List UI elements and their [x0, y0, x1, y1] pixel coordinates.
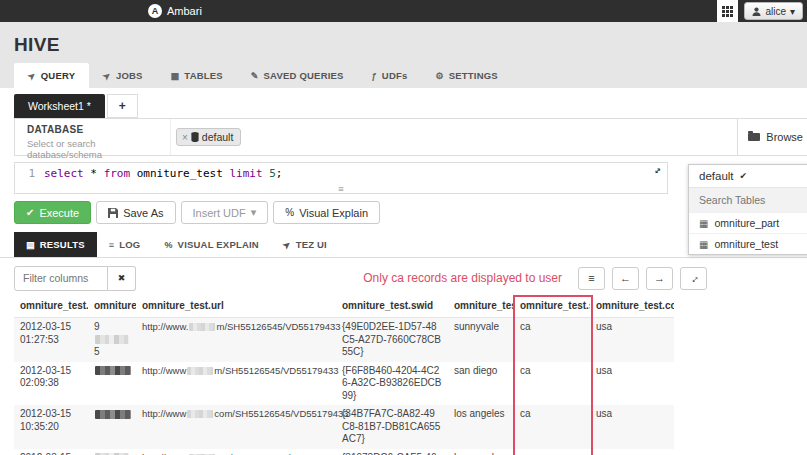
sidebar-table-omniture-part[interactable]: ▦ omniture_part — [689, 212, 807, 233]
folder-icon — [748, 133, 760, 141]
editor-expand-icon[interactable]: ↔ — [654, 164, 661, 177]
database-hint: Select or search database/schema — [27, 138, 158, 160]
column-header-city: omniture_test.city — [448, 295, 514, 318]
previous-page-button[interactable]: ← — [612, 267, 639, 290]
cell-swid: {34B7FA7C-8A82-49C8-81B7-DB81CA655AC7} — [336, 405, 448, 449]
add-worksheet-button[interactable]: + — [107, 94, 138, 118]
editor-resize-handle[interactable]: ≡ — [338, 186, 343, 193]
cell-state: ca — [514, 449, 590, 455]
person-icon — [752, 7, 761, 16]
cell-ip — [88, 362, 136, 406]
column-header-swid: omniture_test.swid — [336, 295, 448, 318]
current-database-header[interactable]: default ✔ — [689, 165, 807, 188]
cell-country: usa — [590, 362, 674, 406]
worksheet-tab[interactable]: Worksheet1 * — [14, 94, 105, 118]
cell-ts: 2012-03-15 10:35:20 — [14, 405, 88, 449]
browse-button[interactable]: Browse — [737, 119, 807, 155]
column-header-url: omniture_test.url — [136, 295, 336, 318]
cell-city: los angeles — [448, 449, 514, 455]
cell-url: http://www.om/SH55126545/VD55177927 — [136, 449, 336, 455]
tab-query[interactable]: ➤ QUERY — [14, 63, 89, 88]
column-header-state: omniture_test.state — [514, 295, 590, 318]
database-label-block: DATABASE Select or search database/schem… — [15, 119, 170, 155]
tab-tables[interactable]: ▦ TABLES — [157, 63, 237, 88]
table-name: omniture_part — [714, 217, 779, 229]
tab-settings[interactable]: ⚙ SETTINGS — [421, 63, 511, 88]
tab-results[interactable]: ▤ RESULTS — [14, 232, 97, 257]
column-header-ts: omniture_test.ts — [14, 295, 88, 318]
gear-icon: ⚙ — [435, 71, 443, 81]
fullscreen-button[interactable]: ↔ — [680, 267, 707, 290]
query-editor[interactable]: 1 select * from omniture_test limit 5; ↔… — [14, 162, 668, 194]
insert-udf-button[interactable]: Insert UDF ▾ — [181, 201, 269, 224]
cell-country: usa — [590, 405, 674, 449]
filter-columns-input[interactable] — [14, 266, 108, 291]
insert-udf-label: Insert UDF — [193, 207, 246, 219]
top-navbar: A Ambari alice ▾ — [0, 0, 807, 22]
chip-label: default — [202, 131, 234, 143]
cell-state: ca — [514, 318, 590, 362]
save-icon — [108, 208, 118, 218]
user-name: alice — [765, 6, 786, 17]
editor-line: 1 select * from omniture_test limit 5; — [15, 163, 667, 184]
sidebar-table-omniture-test[interactable]: ▦ omniture_test — [689, 233, 807, 254]
arrow-right-icon: → — [654, 272, 665, 284]
pencil-icon: ✎ — [251, 71, 259, 81]
table-row: 2012-03-15 01:27:53 95 http://www.m/SH55… — [14, 318, 674, 362]
tab-label: SAVED QUERIES — [264, 70, 344, 81]
database-icon — [191, 132, 199, 142]
execute-button[interactable]: ✔ Execute — [14, 201, 91, 224]
cell-city: san diego — [448, 362, 514, 406]
function-icon: ƒ — [372, 71, 377, 81]
tab-tez-ui[interactable]: ➤ TEZ UI — [271, 232, 339, 257]
cell-country: usa — [590, 449, 674, 455]
user-menu-button[interactable]: alice ▾ — [744, 2, 803, 20]
cell-ts: 2012-03-15 01:27:53 — [14, 318, 88, 362]
results-nav-buttons: ≡ ← → ↔ — [578, 267, 707, 290]
execute-label: Execute — [39, 207, 79, 219]
ambari-brand[interactable]: A Ambari — [148, 4, 202, 18]
save-as-button[interactable]: Save As — [96, 201, 175, 224]
clear-filter-button[interactable]: ✖ — [108, 266, 136, 291]
redacted-ip — [95, 410, 131, 419]
page-title: HIVE — [14, 34, 807, 56]
save-as-label: Save As — [123, 207, 163, 219]
cell-swid: {31978DC6-CAF5-46CB-8F65-B3DBC30D3C0E} — [336, 449, 448, 455]
app-grid-button[interactable] — [717, 0, 738, 22]
ambari-logo-icon: A — [148, 4, 162, 18]
visual-explain-button[interactable]: % Visual Explain — [273, 201, 380, 224]
tab-label: JOBS — [116, 70, 143, 81]
cell-city: sunnyvale — [448, 318, 514, 362]
header-row: omniture_test.ts omniture_test.ip omnitu… — [14, 295, 674, 318]
database-select-field[interactable]: × default — [170, 119, 737, 155]
tab-label: LOG — [119, 239, 140, 250]
cell-url: http://wwwcom/SH55126545/VD55179433 — [136, 405, 336, 449]
column-header-ip: omniture_test.ip — [88, 295, 136, 318]
table-icon: ▦ — [699, 218, 708, 229]
caret-down-icon: ▾ — [251, 206, 257, 219]
redacted-url-part — [187, 410, 213, 418]
database-panel: DATABASE Select or search database/schem… — [14, 118, 807, 156]
cell-swid: {F6F8B460-4204-4C26-A32C-B93826EDCB99} — [336, 362, 448, 406]
results-table-wrap: omniture_test.ts omniture_test.ip omnitu… — [14, 295, 682, 455]
tab-visual-explain[interactable]: % VISUAL EXPLAIN — [152, 232, 270, 257]
redacted-url-part — [187, 367, 213, 375]
list-icon: ≡ — [588, 272, 594, 284]
chip-remove-icon[interactable]: × — [182, 132, 188, 143]
arrow-left-icon: ← — [620, 272, 631, 284]
tab-label: RESULTS — [40, 239, 85, 250]
next-page-button[interactable]: → — [646, 267, 673, 290]
columns-menu-button[interactable]: ≡ — [578, 267, 605, 290]
list-icon: ≡ — [109, 240, 114, 250]
search-tables-input[interactable] — [689, 188, 807, 212]
table-row: 2012-03-15 12:02:26 3 http://www.om/SH55… — [14, 449, 674, 455]
tab-log[interactable]: ≡ LOG — [97, 232, 153, 257]
redacted-ip — [95, 366, 131, 375]
query-text: select * from omniture_test limit 5; — [44, 167, 282, 180]
tab-udfs[interactable]: ƒ UDFs — [358, 63, 422, 88]
column-header-country: omniture_test.country — [590, 295, 674, 318]
line-number: 1 — [21, 167, 35, 180]
redacted-ip — [95, 335, 129, 344]
tab-jobs[interactable]: ➤ JOBS — [89, 63, 156, 88]
tab-saved-queries[interactable]: ✎ SAVED QUERIES — [237, 63, 358, 88]
